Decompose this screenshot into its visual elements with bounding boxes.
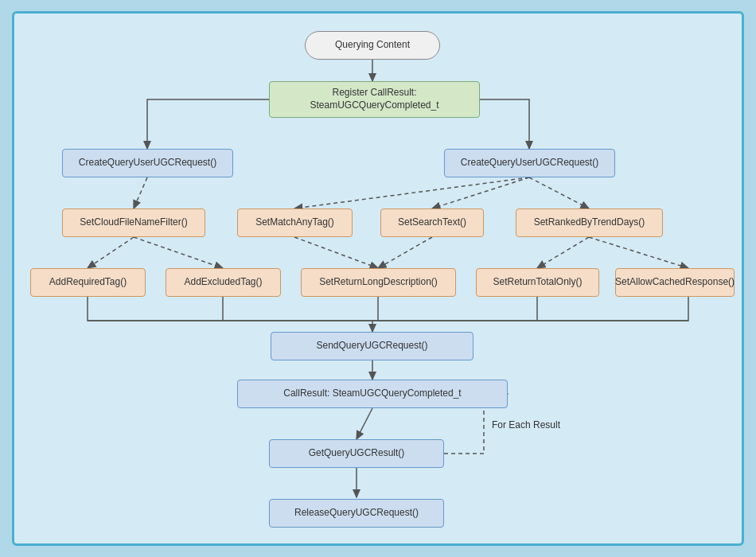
add-excluded-label: AddExcludedTag() (184, 276, 262, 289)
set-return-total-label: SetReturnTotalOnly() (493, 276, 582, 289)
register-callresult-label: Register CallResult: SteamUGCQueryComple… (310, 87, 438, 111)
set-ranked-node: SetRankedByTrendDays() (516, 208, 663, 237)
send-query-label: SendQueryUGCRequest() (316, 340, 427, 353)
release-query-label: ReleaseQueryUGCRequest() (294, 507, 419, 520)
callresult-node: CallResult: SteamUGCQueryCompleted_t (237, 380, 508, 408)
svg-line-7 (294, 237, 378, 268)
set-match-any-label: SetMatchAnyTag() (255, 216, 334, 229)
svg-line-4 (529, 177, 589, 208)
svg-line-13 (357, 408, 372, 439)
svg-line-2 (294, 177, 529, 208)
create-query-left-label: CreateQueryUserUGCRequest() (79, 157, 216, 169)
flowchart-diagram: Querying Content Register CallResult: St… (14, 14, 742, 543)
for-each-text: For Each Result (492, 419, 560, 430)
set-cloud-label: SetCloudFileNameFilter() (80, 216, 187, 229)
svg-line-8 (378, 237, 432, 268)
set-cloud-node: SetCloudFileNameFilter() (62, 208, 205, 237)
send-query-node: SendQueryUGCRequest() (271, 332, 473, 360)
create-query-left-node: CreateQueryUserUGCRequest() (62, 149, 233, 177)
set-search-label: SetSearchText() (398, 216, 466, 229)
svg-line-5 (88, 237, 134, 268)
set-allow-cached-node: SetAllowCachedResponse() (615, 268, 735, 297)
set-return-long-node: SetReturnLongDescription() (301, 268, 456, 297)
set-return-total-node: SetReturnTotalOnly() (476, 268, 599, 297)
add-excluded-node: AddExcludedTag() (166, 268, 281, 297)
svg-line-6 (134, 237, 223, 268)
create-query-right-node: CreateQueryUserUGCRequest() (444, 149, 615, 177)
release-query-node: ReleaseQueryUGCRequest() (269, 499, 444, 528)
set-return-long-label: SetReturnLongDescription() (319, 276, 438, 289)
diagram-container: Querying Content Register CallResult: St… (12, 11, 744, 546)
svg-line-1 (134, 177, 147, 208)
get-query-node: GetQueryUGCResult() (269, 439, 444, 468)
register-callresult-node: Register CallResult: SteamUGCQueryComple… (269, 81, 480, 118)
svg-line-9 (537, 237, 589, 268)
callresult-label: CallResult: SteamUGCQueryCompleted_t (283, 388, 461, 400)
create-query-right-label: CreateQueryUserUGCRequest() (461, 157, 598, 169)
add-required-label: AddRequiredTag() (49, 276, 127, 289)
set-match-any-node: SetMatchAnyTag() (237, 208, 353, 237)
querying-content-label: Querying Content (335, 39, 410, 52)
set-search-node: SetSearchText() (380, 208, 484, 237)
set-allow-cached-label: SetAllowCachedResponse() (615, 276, 735, 289)
svg-line-10 (589, 237, 688, 268)
set-ranked-label: SetRankedByTrendDays() (534, 216, 645, 229)
for-each-label: For Each Result (492, 419, 560, 430)
add-required-node: AddRequiredTag() (30, 268, 146, 297)
get-query-label: GetQueryUGCResult() (309, 447, 405, 460)
svg-line-3 (432, 177, 529, 208)
querying-content-node: Querying Content (305, 31, 440, 60)
